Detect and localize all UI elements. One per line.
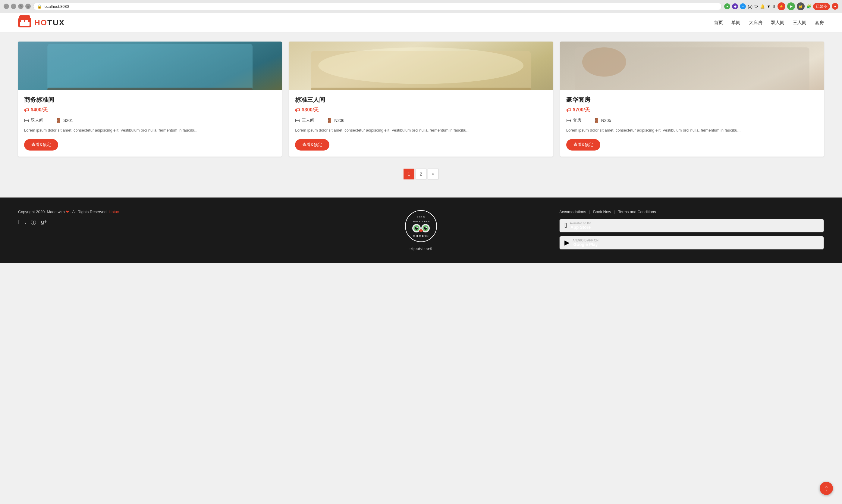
footer-left: Copyright 2020. Made with ❤ . All Rights… xyxy=(18,210,283,226)
svg-rect-1 xyxy=(21,20,24,23)
main-content: 商务标准间 🏷 ¥400/天 🛏 双人间 🚪 S201 Lorem ipsum … xyxy=(0,33,842,198)
footer-link-booknow[interactable]: Book Now xyxy=(593,210,611,214)
footer-link-terms[interactable]: Terms and Conditions xyxy=(618,210,656,214)
home-button[interactable]: ⌂ xyxy=(25,4,31,9)
footer-link-accomodations[interactable]: Accomodations xyxy=(559,210,586,214)
book-button-3[interactable]: 查看&预定 xyxy=(566,139,600,150)
ext-icon-8[interactable]: ⬇ xyxy=(772,4,776,9)
room-price-3: 🏷 ¥700/天 xyxy=(566,107,818,113)
room-card-2: 标准三人间 🏷 ¥300/天 🛏 三人间 🚪 N206 Lorem ipsum … xyxy=(289,41,553,157)
back-button[interactable]: ← xyxy=(4,4,9,9)
footer-sep-2: | xyxy=(614,210,615,214)
logo[interactable]: HOTUX xyxy=(18,18,65,28)
footer-copyright: Copyright 2020. Made with ❤ . All Rights… xyxy=(18,210,283,214)
room-type-3: 🛏 套房 xyxy=(566,118,581,123)
book-button-1[interactable]: 查看&预定 xyxy=(24,139,58,150)
book-button-2[interactable]: 查看&预定 xyxy=(295,139,329,150)
price-tag-icon-1: 🏷 xyxy=(24,107,29,113)
svg-point-26 xyxy=(419,230,423,232)
room-desc-1: Lorem ipsum dolor sit amet, consectetur … xyxy=(24,127,276,134)
room-desc-2: Lorem ipsum dolor sit amet, consectetur … xyxy=(295,127,547,134)
door-icon-2: 🚪 xyxy=(326,118,332,123)
svg-point-13 xyxy=(582,47,626,76)
svg-rect-2 xyxy=(25,20,28,23)
ext-icon-6[interactable]: 🔔 xyxy=(760,4,765,9)
nav-double-bed[interactable]: 大床房 xyxy=(749,20,762,25)
price-tag-icon-3: 🏷 xyxy=(566,107,571,113)
room-number-3: 🚪 N205 xyxy=(594,118,611,123)
page-next-button[interactable]: » xyxy=(428,168,439,179)
card-body-3: 豪华套房 🏷 ¥700/天 🛏 套房 🚪 N205 Lorem ipsum do… xyxy=(560,90,824,157)
twitter-icon[interactable]: t xyxy=(24,219,26,226)
instagram-icon[interactable]: Ⓘ xyxy=(31,219,36,226)
footer-social: f t Ⓘ g+ xyxy=(18,219,283,226)
svg-rect-6 xyxy=(47,88,253,90)
room-type-1: 🛏 双人间 xyxy=(24,118,44,123)
forward-button[interactable]: → xyxy=(11,4,16,9)
scroll-top-button[interactable]: ⇧ xyxy=(820,482,833,495)
svg-point-10 xyxy=(319,47,524,84)
room-title-1: 商务标准间 xyxy=(24,96,276,104)
price-tag-icon-2: 🏷 xyxy=(295,107,300,113)
ext-icon-3[interactable]: ○ xyxy=(740,3,746,9)
room-desc-3: Lorem ipsum dolor sit amet, consectetur … xyxy=(566,127,818,134)
google-play-button[interactable]: ▶ ANDROID APP ON Google Play xyxy=(559,236,824,250)
url-text: localhost:8080 xyxy=(44,4,69,9)
nav-twin[interactable]: 双人间 xyxy=(771,20,785,25)
nav-single[interactable]: 单间 xyxy=(732,20,740,25)
site-footer: Copyright 2020. Made with ❤ . All Rights… xyxy=(0,198,842,263)
bed-icon-3: 🛏 xyxy=(566,118,571,123)
room-price-2: 🏷 ¥300/天 xyxy=(295,107,547,113)
nav-home[interactable]: 首页 xyxy=(714,20,723,25)
page-1-button[interactable]: 1 xyxy=(403,168,414,179)
logo-tux: TUX xyxy=(47,18,65,27)
card-body-2: 标准三人间 🏷 ¥300/天 🛏 三人间 🚪 N206 Lorem ipsum … xyxy=(289,90,553,157)
ext-icon-11[interactable]: 🔐 xyxy=(797,2,805,10)
reload-button[interactable]: ↻ xyxy=(18,4,23,9)
page-2-button[interactable]: 2 xyxy=(416,168,426,179)
ext-icon-5[interactable]: 🛡 xyxy=(754,4,758,9)
rooms-grid: 商务标准间 🏷 ¥400/天 🛏 双人间 🚪 S201 Lorem ipsum … xyxy=(18,41,824,157)
app-store-button[interactable]:  Available on the App Store xyxy=(559,219,824,232)
footer-links: Accomodations | Book Now | Terms and Con… xyxy=(559,210,824,214)
lock-icon: 🔒 xyxy=(37,4,42,9)
room-image-2 xyxy=(289,41,553,90)
facebook-icon[interactable]: f xyxy=(18,219,20,226)
ext-icon-12[interactable]: 🧩 xyxy=(806,4,811,9)
svg-rect-5 xyxy=(47,44,253,90)
ext-icon-13[interactable]: ● xyxy=(832,3,838,10)
room-meta-3: 🛏 套房 🚪 N205 xyxy=(566,118,818,123)
room-meta-2: 🛏 三人间 🚪 N206 xyxy=(295,118,547,123)
room-type-2: 🛏 三人间 xyxy=(295,118,314,123)
site-header: HOTUX 首页 单间 大床房 双人间 三人间 套房 xyxy=(0,13,842,33)
ext-icon-2[interactable]: ◆ xyxy=(732,3,738,9)
ext-icon-7[interactable]: ▼ xyxy=(767,4,771,9)
googleplus-icon[interactable]: g+ xyxy=(41,219,47,226)
logo-icon xyxy=(18,18,31,28)
footer-brand-link[interactable]: Hotux xyxy=(109,210,119,214)
tripadvisor-svg: 2019 TRAVELLERS' CHOICE xyxy=(403,210,439,246)
svg-point-25 xyxy=(426,227,427,228)
bed-icon-2: 🛏 xyxy=(295,118,300,123)
paused-button[interactable]: 已暂停 xyxy=(813,3,830,10)
ext-icon-1[interactable]: ● xyxy=(724,3,730,9)
nav-suite[interactable]: 套房 xyxy=(815,20,824,25)
browser-action-icons: ● ◆ ○ (a) 🛡 🔔 ▼ ⬇ ⚡ ▶ 🔐 🧩 已暂停 ● xyxy=(724,2,838,10)
nav-triple[interactable]: 三人间 xyxy=(793,20,806,25)
app-buttons:  Available on the App Store ▶ ANDROID A… xyxy=(559,219,824,250)
apple-icon:  xyxy=(564,221,567,230)
browser-nav-buttons[interactable]: ← → ↻ ⌂ xyxy=(4,4,31,9)
card-body-1: 商务标准间 🏷 ¥400/天 🛏 双人间 🚪 S201 Lorem ipsum … xyxy=(18,90,282,157)
ext-icon-10[interactable]: ▶ xyxy=(787,2,795,10)
ext-icon-4[interactable]: (a) xyxy=(748,4,753,9)
svg-rect-9 xyxy=(311,88,531,90)
heart-icon: ❤ xyxy=(66,210,70,214)
ext-icon-9[interactable]: ⚡ xyxy=(777,2,785,10)
room-meta-1: 🛏 双人间 🚪 S201 xyxy=(24,118,276,123)
tripadvisor-name: tripadvisor® xyxy=(410,247,432,251)
address-bar[interactable]: 🔒 localhost:8080 xyxy=(33,3,722,10)
footer-right: Accomodations | Book Now | Terms and Con… xyxy=(559,210,824,250)
play-icon: ▶ xyxy=(564,239,570,247)
bed-icon-1: 🛏 xyxy=(24,118,29,123)
room-image-3 xyxy=(560,41,824,90)
